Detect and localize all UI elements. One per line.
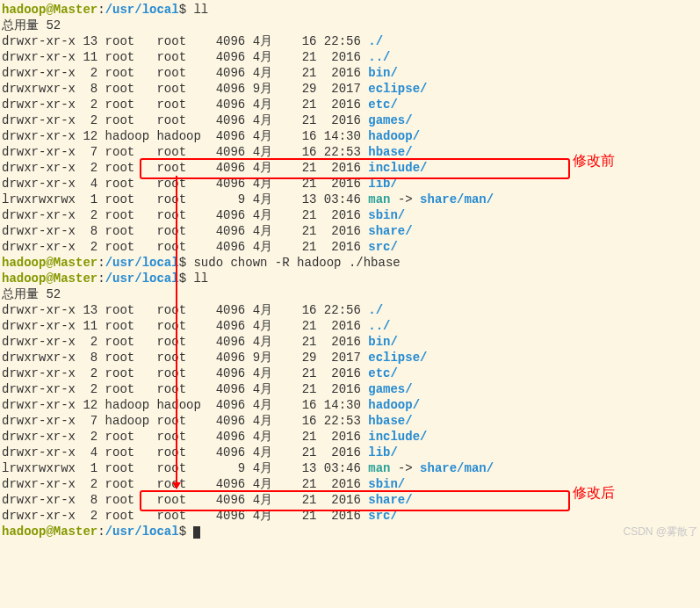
ls-row: drwxr-xr-x 4 root root 4096 4月 21 2016 l… — [2, 176, 700, 192]
ls-row: drwxr-xr-x 2 root root 4096 4月 21 2016 b… — [2, 65, 700, 81]
cursor — [193, 526, 200, 539]
ls-row: drwxr-xr-x 7 hadoop root 4096 4月 16 22:5… — [2, 413, 700, 429]
ls-row: drwxr-xr-x 8 root root 4096 4月 21 2016 s… — [2, 223, 700, 239]
ls-row: drwxr-xr-x 13 root root 4096 4月 16 22:56… — [2, 33, 700, 49]
ls-row: drwxr-xr-x 2 root root 4096 4月 21 2016 e… — [2, 97, 700, 112]
prompt-line[interactable]: hadoop@Master:/usr/local$ sudo chown -R … — [2, 255, 700, 271]
prompt-line[interactable]: hadoop@Master:/usr/local$ ll — [2, 2, 700, 18]
ls-row: drwxr-xr-x 4 root root 4096 4月 21 2016 l… — [2, 445, 700, 460]
ls-row: drwxrwxr-x 8 root root 4096 9月 29 2017 e… — [2, 81, 700, 97]
annotation-label-before: 修改前 — [573, 153, 615, 169]
ls-row: drwxr-xr-x 11 root root 4096 4月 21 2016 … — [2, 49, 700, 65]
ls-row: drwxr-xr-x 12 hadoop hadoop 4096 4月 16 1… — [2, 397, 700, 413]
ls-row: drwxr-xr-x 2 root root 4096 4月 21 2016 g… — [2, 381, 700, 397]
ls-row: drwxr-xr-x 12 hadoop hadoop 4096 4月 16 1… — [2, 128, 700, 144]
ls-row: drwxr-xr-x 2 root root 4096 4月 21 2016 s… — [2, 207, 700, 223]
watermark: CSDN @雾散了 — [623, 524, 698, 539]
total-line: 总用量 52 — [2, 286, 700, 302]
ls-row: lrwxrwxrwx 1 root root 9 4月 13 03:46 man… — [2, 192, 700, 207]
ls-row: drwxr-xr-x 2 root root 4096 4月 21 2016 s… — [2, 508, 700, 524]
ls-row: drwxr-xr-x 2 root root 4096 4月 21 2016 g… — [2, 112, 700, 128]
ls-row: drwxr-xr-x 11 root root 4096 4月 21 2016 … — [2, 318, 700, 334]
prompt-line[interactable]: hadoop@Master:/usr/local$ ll — [2, 271, 700, 286]
ls-row: drwxr-xr-x 2 root root 4096 4月 21 2016 i… — [2, 429, 700, 445]
ls-row: drwxr-xr-x 2 root root 4096 4月 21 2016 s… — [2, 239, 700, 255]
ls-row: drwxr-xr-x 2 root root 4096 4月 21 2016 e… — [2, 366, 700, 381]
ls-row: drwxrwxr-x 8 root root 4096 9月 29 2017 e… — [2, 350, 700, 366]
annotation-label-after: 修改后 — [573, 485, 615, 501]
terminal-output: hadoop@Master:/usr/local$ ll总用量 52drwxr-… — [2, 2, 700, 539]
total-line: 总用量 52 — [2, 18, 700, 33]
prompt-line[interactable]: hadoop@Master:/usr/local$ — [2, 524, 700, 539]
ls-row: drwxr-xr-x 13 root root 4096 4月 16 22:56… — [2, 302, 700, 318]
ls-row: drwxr-xr-x 2 root root 4096 4月 21 2016 b… — [2, 334, 700, 350]
ls-row: lrwxrwxrwx 1 root root 9 4月 13 03:46 man… — [2, 460, 700, 476]
